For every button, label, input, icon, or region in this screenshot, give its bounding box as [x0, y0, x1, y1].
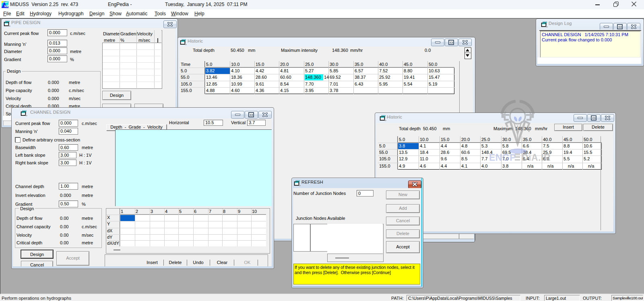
svg-text:v2: v2 — [4, 4, 8, 8]
